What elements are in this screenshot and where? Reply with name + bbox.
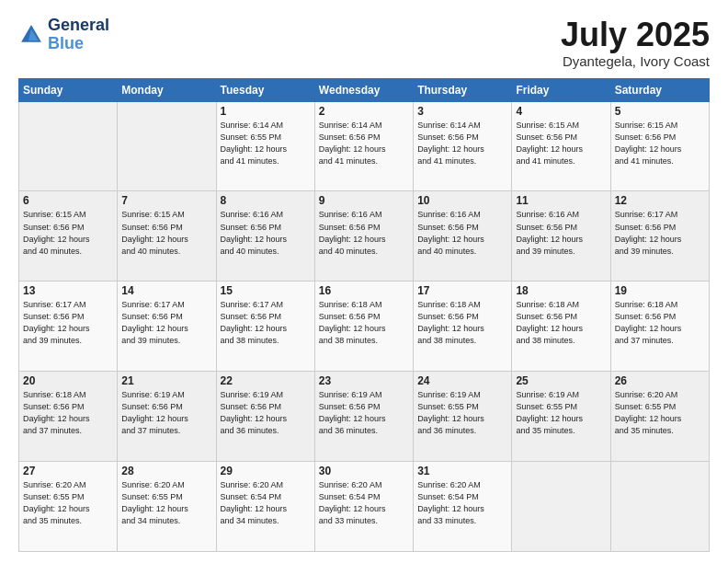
- logo-icon: [18, 22, 44, 48]
- col-header-thursday: Thursday: [414, 78, 512, 101]
- page-subtitle: Dyantegela, Ivory Coast: [561, 53, 710, 69]
- day-info: Sunrise: 6:15 AM Sunset: 6:56 PM Dayligh…: [121, 209, 211, 257]
- col-header-saturday: Saturday: [610, 78, 709, 101]
- day-info: Sunrise: 6:18 AM Sunset: 6:56 PM Dayligh…: [319, 299, 409, 347]
- calendar-cell: [19, 101, 118, 191]
- day-info: Sunrise: 6:19 AM Sunset: 6:55 PM Dayligh…: [417, 389, 507, 437]
- day-number: 19: [615, 284, 705, 297]
- page-title: July 2025: [561, 17, 710, 53]
- calendar-cell: [610, 462, 709, 552]
- calendar-cell: 14Sunrise: 6:17 AM Sunset: 6:56 PM Dayli…: [118, 282, 216, 372]
- calendar-cell: 28Sunrise: 6:20 AM Sunset: 6:55 PM Dayli…: [118, 462, 216, 552]
- day-number: 7: [121, 194, 211, 207]
- calendar-cell: 31Sunrise: 6:20 AM Sunset: 6:54 PM Dayli…: [414, 462, 512, 552]
- day-number: 15: [221, 284, 311, 297]
- day-number: 9: [319, 194, 409, 207]
- calendar-cell: 21Sunrise: 6:19 AM Sunset: 6:56 PM Dayli…: [118, 372, 216, 462]
- day-number: 6: [23, 194, 113, 207]
- col-header-sunday: Sunday: [19, 78, 118, 101]
- calendar-cell: 2Sunrise: 6:14 AM Sunset: 6:56 PM Daylig…: [314, 101, 413, 191]
- calendar-cell: 29Sunrise: 6:20 AM Sunset: 6:54 PM Dayli…: [216, 462, 314, 552]
- day-number: 28: [121, 465, 211, 477]
- calendar-cell: 6Sunrise: 6:15 AM Sunset: 6:56 PM Daylig…: [19, 191, 118, 282]
- day-info: Sunrise: 6:19 AM Sunset: 6:56 PM Dayligh…: [121, 389, 211, 437]
- day-number: 25: [516, 374, 606, 387]
- day-number: 8: [221, 194, 311, 207]
- day-number: 5: [615, 105, 705, 118]
- day-number: 17: [417, 284, 507, 297]
- day-number: 29: [221, 465, 311, 477]
- calendar-cell: 25Sunrise: 6:19 AM Sunset: 6:55 PM Dayli…: [512, 372, 610, 462]
- day-number: 24: [417, 374, 507, 387]
- day-number: 2: [319, 105, 409, 118]
- col-header-tuesday: Tuesday: [216, 78, 314, 101]
- day-number: 26: [615, 374, 705, 387]
- day-number: 27: [23, 465, 113, 477]
- calendar-cell: 13Sunrise: 6:17 AM Sunset: 6:56 PM Dayli…: [19, 282, 118, 372]
- day-number: 21: [121, 374, 211, 387]
- day-info: Sunrise: 6:18 AM Sunset: 6:56 PM Dayligh…: [23, 389, 113, 437]
- day-number: 1: [221, 105, 311, 118]
- day-number: 30: [319, 465, 409, 477]
- day-number: 10: [417, 194, 507, 207]
- day-info: Sunrise: 6:20 AM Sunset: 6:54 PM Dayligh…: [221, 479, 311, 527]
- day-info: Sunrise: 6:16 AM Sunset: 6:56 PM Dayligh…: [516, 209, 606, 257]
- calendar-cell: 18Sunrise: 6:18 AM Sunset: 6:56 PM Dayli…: [512, 282, 610, 372]
- day-info: Sunrise: 6:15 AM Sunset: 6:56 PM Dayligh…: [516, 120, 606, 167]
- calendar-table: SundayMondayTuesdayWednesdayThursdayFrid…: [18, 78, 710, 552]
- col-header-friday: Friday: [512, 78, 610, 101]
- day-info: Sunrise: 6:20 AM Sunset: 6:54 PM Dayligh…: [319, 479, 409, 527]
- day-number: 4: [516, 105, 606, 118]
- day-info: Sunrise: 6:15 AM Sunset: 6:56 PM Dayligh…: [23, 209, 113, 257]
- day-number: 12: [615, 194, 705, 207]
- day-info: Sunrise: 6:16 AM Sunset: 6:56 PM Dayligh…: [221, 209, 311, 257]
- calendar-cell: 5Sunrise: 6:15 AM Sunset: 6:56 PM Daylig…: [610, 101, 709, 191]
- calendar-cell: 3Sunrise: 6:14 AM Sunset: 6:56 PM Daylig…: [414, 101, 512, 191]
- calendar-cell: 27Sunrise: 6:20 AM Sunset: 6:55 PM Dayli…: [19, 462, 118, 552]
- calendar-cell: 1Sunrise: 6:14 AM Sunset: 6:55 PM Daylig…: [216, 101, 314, 191]
- day-number: 22: [221, 374, 311, 387]
- calendar-cell: 7Sunrise: 6:15 AM Sunset: 6:56 PM Daylig…: [118, 191, 216, 282]
- day-info: Sunrise: 6:14 AM Sunset: 6:56 PM Dayligh…: [319, 120, 409, 167]
- calendar-cell: 23Sunrise: 6:19 AM Sunset: 6:56 PM Dayli…: [314, 372, 413, 462]
- day-number: 31: [417, 465, 507, 477]
- day-info: Sunrise: 6:19 AM Sunset: 6:55 PM Dayligh…: [516, 389, 606, 437]
- day-info: Sunrise: 6:16 AM Sunset: 6:56 PM Dayligh…: [417, 209, 507, 257]
- day-info: Sunrise: 6:20 AM Sunset: 6:55 PM Dayligh…: [615, 389, 705, 437]
- day-number: 23: [319, 374, 409, 387]
- day-info: Sunrise: 6:20 AM Sunset: 6:54 PM Dayligh…: [417, 479, 507, 527]
- calendar-cell: 20Sunrise: 6:18 AM Sunset: 6:56 PM Dayli…: [19, 372, 118, 462]
- day-info: Sunrise: 6:17 AM Sunset: 6:56 PM Dayligh…: [121, 299, 211, 347]
- day-number: 16: [319, 284, 409, 297]
- day-info: Sunrise: 6:19 AM Sunset: 6:56 PM Dayligh…: [221, 389, 311, 437]
- day-info: Sunrise: 6:19 AM Sunset: 6:56 PM Dayligh…: [319, 389, 409, 437]
- day-info: Sunrise: 6:18 AM Sunset: 6:56 PM Dayligh…: [417, 299, 507, 347]
- calendar-cell: 19Sunrise: 6:18 AM Sunset: 6:56 PM Dayli…: [610, 282, 709, 372]
- calendar-cell: 11Sunrise: 6:16 AM Sunset: 6:56 PM Dayli…: [512, 191, 610, 282]
- title-block: July 2025 Dyantegela, Ivory Coast: [561, 17, 710, 69]
- day-number: 13: [23, 284, 113, 297]
- calendar-cell: 9Sunrise: 6:16 AM Sunset: 6:56 PM Daylig…: [314, 191, 413, 282]
- day-number: 11: [516, 194, 606, 207]
- calendar-cell: 24Sunrise: 6:19 AM Sunset: 6:55 PM Dayli…: [414, 372, 512, 462]
- day-info: Sunrise: 6:16 AM Sunset: 6:56 PM Dayligh…: [319, 209, 409, 257]
- col-header-wednesday: Wednesday: [314, 78, 413, 101]
- day-info: Sunrise: 6:17 AM Sunset: 6:56 PM Dayligh…: [615, 209, 705, 257]
- day-number: 14: [121, 284, 211, 297]
- calendar-cell: 4Sunrise: 6:15 AM Sunset: 6:56 PM Daylig…: [512, 101, 610, 191]
- calendar-cell: 12Sunrise: 6:17 AM Sunset: 6:56 PM Dayli…: [610, 191, 709, 282]
- col-header-monday: Monday: [118, 78, 216, 101]
- day-info: Sunrise: 6:14 AM Sunset: 6:55 PM Dayligh…: [221, 120, 311, 167]
- calendar-cell: 15Sunrise: 6:17 AM Sunset: 6:56 PM Dayli…: [216, 282, 314, 372]
- calendar-cell: 8Sunrise: 6:16 AM Sunset: 6:56 PM Daylig…: [216, 191, 314, 282]
- day-info: Sunrise: 6:17 AM Sunset: 6:56 PM Dayligh…: [221, 299, 311, 347]
- day-info: Sunrise: 6:18 AM Sunset: 6:56 PM Dayligh…: [615, 299, 705, 347]
- calendar-cell: [118, 101, 216, 191]
- day-info: Sunrise: 6:20 AM Sunset: 6:55 PM Dayligh…: [23, 479, 113, 527]
- day-info: Sunrise: 6:18 AM Sunset: 6:56 PM Dayligh…: [516, 299, 606, 347]
- day-info: Sunrise: 6:14 AM Sunset: 6:56 PM Dayligh…: [417, 120, 507, 167]
- day-info: Sunrise: 6:15 AM Sunset: 6:56 PM Dayligh…: [615, 120, 705, 167]
- day-number: 20: [23, 374, 113, 387]
- calendar-cell: 30Sunrise: 6:20 AM Sunset: 6:54 PM Dayli…: [314, 462, 413, 552]
- calendar-cell: [512, 462, 610, 552]
